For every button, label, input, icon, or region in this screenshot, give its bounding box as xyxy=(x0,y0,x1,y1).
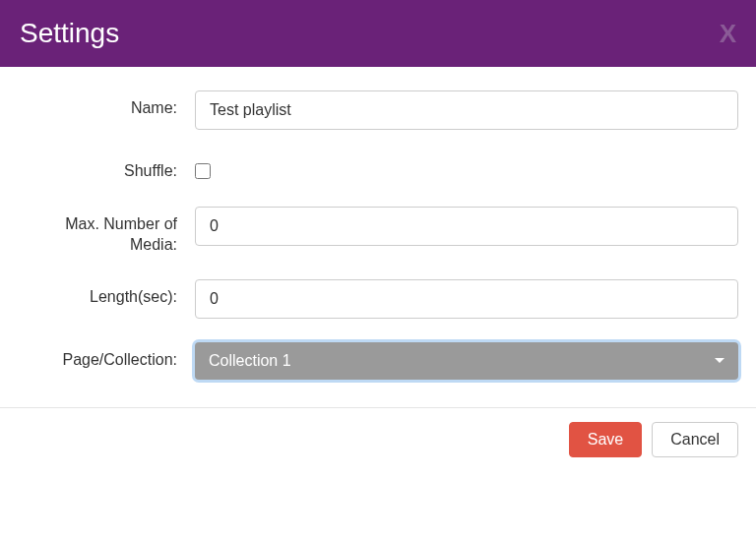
close-icon[interactable]: X xyxy=(720,21,736,46)
cancel-button[interactable]: Cancel xyxy=(652,422,738,457)
page-collection-select[interactable]: Collection 1 xyxy=(195,342,738,380)
form-row-length: Length(sec): xyxy=(18,279,738,319)
modal-footer: Save Cancel xyxy=(0,407,756,489)
modal-header: Settings X xyxy=(0,0,756,67)
form-row-max-media: Max. Number of Media: xyxy=(18,207,738,256)
max-media-label: Max. Number of Media: xyxy=(18,207,195,256)
shuffle-checkbox[interactable] xyxy=(195,163,211,179)
chevron-down-icon xyxy=(715,358,724,363)
page-collection-label: Page/Collection: xyxy=(18,342,195,371)
name-input[interactable] xyxy=(195,90,738,130)
shuffle-label: Shuffle: xyxy=(18,153,195,182)
modal-title: Settings xyxy=(20,18,119,49)
form-row-shuffle: Shuffle: xyxy=(18,153,738,183)
form-row-name: Name: xyxy=(18,90,738,130)
max-media-input[interactable] xyxy=(195,207,738,246)
form-row-page-collection: Page/Collection: Collection 1 xyxy=(18,342,738,380)
length-input[interactable] xyxy=(195,279,738,319)
page-collection-selected: Collection 1 xyxy=(209,352,291,370)
length-label: Length(sec): xyxy=(18,279,195,308)
save-button[interactable]: Save xyxy=(569,422,642,457)
modal-body: Name: Shuffle: Max. Number of Media: Len… xyxy=(0,67,756,407)
name-label: Name: xyxy=(18,90,195,119)
